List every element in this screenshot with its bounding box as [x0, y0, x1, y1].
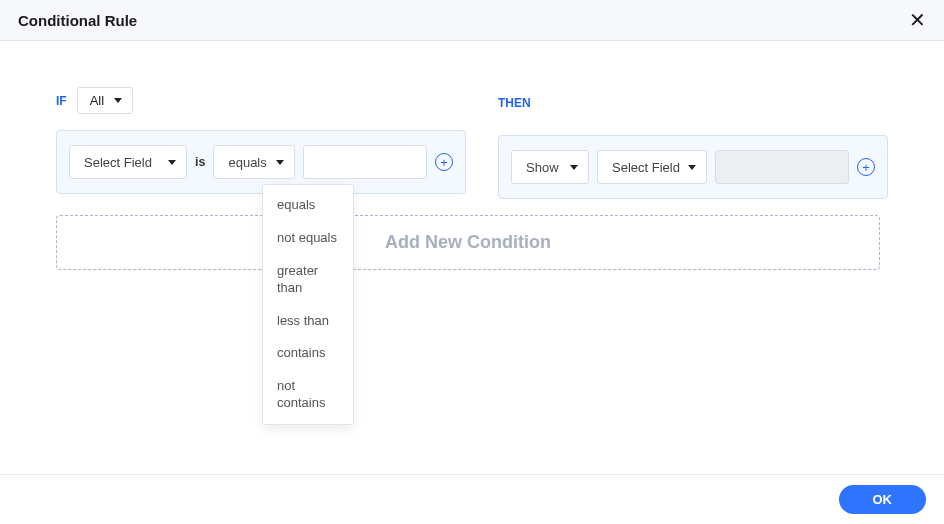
dialog-header: Conditional Rule ✕	[0, 0, 944, 41]
caret-down-icon	[168, 160, 176, 165]
dialog-title: Conditional Rule	[18, 12, 137, 29]
if-scope-select[interactable]: All	[77, 87, 133, 114]
if-operator-value: equals	[228, 155, 266, 170]
if-operator-select[interactable]: equals	[213, 145, 295, 179]
then-label: THEN	[498, 96, 531, 110]
then-action-value: Show	[526, 160, 559, 175]
caret-down-icon	[114, 98, 122, 103]
operator-option[interactable]: less than	[263, 305, 353, 338]
operator-option[interactable]: equals	[263, 189, 353, 222]
if-label: IF	[56, 94, 67, 108]
if-field-placeholder: Select Field	[84, 155, 152, 170]
close-icon[interactable]: ✕	[909, 10, 926, 30]
if-field-select[interactable]: Select Field	[69, 145, 187, 179]
if-value-input[interactable]	[303, 145, 427, 179]
then-field-placeholder: Select Field	[612, 160, 680, 175]
add-condition-icon[interactable]: +	[435, 153, 453, 171]
caret-down-icon	[688, 165, 696, 170]
is-label: is	[195, 155, 205, 169]
operator-option[interactable]: not contains	[263, 370, 353, 420]
ok-button[interactable]: OK	[839, 485, 927, 514]
dialog-footer: OK	[0, 474, 944, 524]
then-action-box: Show Select Field +	[498, 135, 888, 199]
operator-option[interactable]: contains	[263, 337, 353, 370]
operator-dropdown-menu: equals not equals greater than less than…	[262, 184, 354, 425]
add-action-icon[interactable]: +	[857, 158, 875, 176]
if-condition-box: Select Field is equals + equals not equa…	[56, 130, 466, 194]
operator-option[interactable]: not equals	[263, 222, 353, 255]
caret-down-icon	[570, 165, 578, 170]
then-field-select[interactable]: Select Field	[597, 150, 707, 184]
if-scope-value: All	[90, 93, 104, 108]
caret-down-icon	[276, 160, 284, 165]
then-action-select[interactable]: Show	[511, 150, 589, 184]
then-value-input	[715, 150, 849, 184]
add-new-condition-button[interactable]: Add New Condition	[56, 215, 880, 270]
operator-option[interactable]: greater than	[263, 255, 353, 305]
